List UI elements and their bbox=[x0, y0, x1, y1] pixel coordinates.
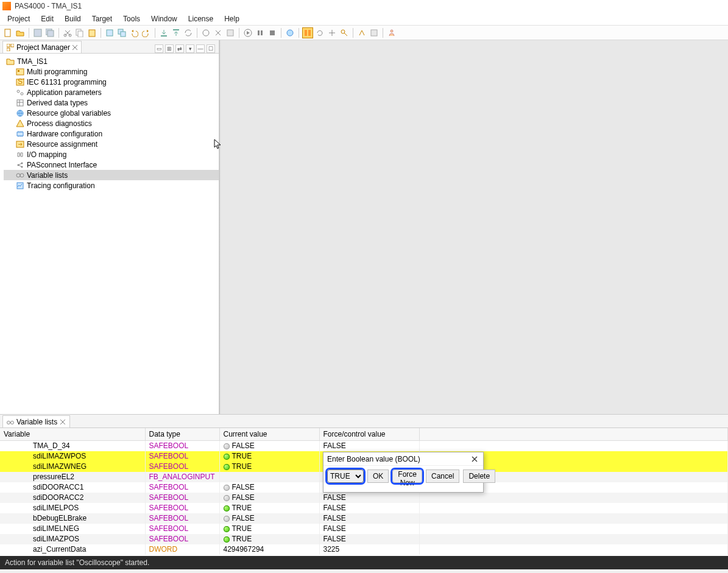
tree-item-label: Resource global variables bbox=[27, 109, 111, 118]
project-manager-tab[interactable]: Project Manager bbox=[2, 41, 82, 53]
svg-rect-22 bbox=[308, 30, 311, 36]
force-panel-icon[interactable] bbox=[302, 27, 313, 38]
tree-item[interactable]: Resource global variables bbox=[4, 108, 219, 118]
menu-help[interactable]: Help bbox=[219, 13, 244, 24]
cell-force-value[interactable]: FALSE bbox=[319, 513, 419, 524]
tree-root[interactable]: TMA_IS1 bbox=[4, 56, 219, 66]
cell-force-value[interactable]: FALSE bbox=[319, 503, 419, 513]
build-all-icon[interactable] bbox=[116, 27, 127, 38]
menu-project[interactable]: Project bbox=[2, 13, 35, 24]
tree-item[interactable]: Resource assignment bbox=[4, 139, 219, 149]
menu-window[interactable]: Window bbox=[146, 13, 182, 24]
toolbar-separator bbox=[101, 28, 101, 38]
tree-item[interactable]: Application parameters bbox=[4, 87, 219, 97]
tree-item[interactable]: Multi programming bbox=[4, 66, 219, 77]
project-tree[interactable]: TMA_IS1 Multi programmingSTIEC 61131 pro… bbox=[0, 54, 219, 414]
cell-variable: bDebugELBrake bbox=[4, 514, 141, 522]
view-menu-icon[interactable]: ▾ bbox=[186, 44, 194, 53]
ok-button[interactable]: OK bbox=[367, 469, 389, 483]
online-icon[interactable] bbox=[200, 27, 211, 38]
key-icon[interactable] bbox=[339, 27, 350, 38]
tree-item[interactable]: Tracing configuration bbox=[4, 180, 219, 191]
tree-item[interactable]: STIEC 61131 programming bbox=[4, 77, 219, 87]
svg-point-42 bbox=[16, 174, 20, 177]
cell-force-value[interactable]: FALSE bbox=[319, 493, 419, 503]
header-datatype[interactable]: Data type bbox=[145, 428, 219, 441]
header-current-value[interactable]: Current value bbox=[219, 428, 319, 441]
header-force-value[interactable]: Force/control value bbox=[319, 428, 419, 441]
force-now-button[interactable]: Force Now bbox=[392, 469, 422, 483]
debug-step2-icon[interactable] bbox=[369, 27, 380, 38]
trace-icon bbox=[16, 181, 24, 190]
play-icon[interactable] bbox=[242, 27, 253, 38]
cell-current-value: TRUE bbox=[219, 462, 319, 472]
table-row[interactable]: sdiLIMELNEGSAFEBOOLTRUEFALSE bbox=[0, 524, 728, 534]
header-variable[interactable]: Variable bbox=[0, 428, 145, 441]
variable-lists-tab[interactable]: Variable lists bbox=[2, 415, 70, 427]
open-icon[interactable] bbox=[15, 27, 26, 38]
copy-icon[interactable] bbox=[74, 27, 85, 38]
boolean-value-select[interactable]: TRUEFALSE bbox=[327, 469, 364, 483]
delete-button[interactable]: Delete bbox=[463, 469, 495, 483]
table-row[interactable]: sdiDOORACC2SAFEBOOLFALSEFALSE bbox=[0, 493, 728, 503]
close-icon[interactable] bbox=[60, 419, 66, 425]
tree-item[interactable]: Process diagnostics bbox=[4, 118, 219, 128]
compare-icon[interactable] bbox=[327, 27, 337, 38]
menu-target[interactable]: Target bbox=[87, 13, 117, 24]
table-row[interactable]: sdiLIMELPOSSAFEBOOLTRUEFALSE bbox=[0, 503, 728, 513]
expand-all-icon[interactable]: ⊞ bbox=[165, 44, 174, 53]
cell-force-value[interactable]: FALSE bbox=[319, 441, 419, 451]
tree-item[interactable]: I/O mapping bbox=[4, 149, 219, 160]
cell-datatype: SAFEBOOL bbox=[145, 493, 219, 503]
tree-item-label: Process diagnostics bbox=[27, 119, 92, 128]
status-led-icon bbox=[224, 454, 230, 460]
table-row[interactable]: bDebugELBrakeSAFEBOOLFALSEFALSE bbox=[0, 513, 728, 524]
tree-item[interactable]: Variable lists bbox=[4, 170, 219, 180]
minimize-icon[interactable]: — bbox=[196, 44, 205, 53]
undo-icon[interactable] bbox=[129, 27, 140, 38]
user-icon[interactable] bbox=[386, 27, 397, 38]
sync-icon[interactable] bbox=[183, 27, 194, 38]
globe-icon[interactable] bbox=[284, 27, 295, 38]
enter-boolean-dialog: Enter Boolean value (BOOL) TRUEFALSE OK … bbox=[323, 452, 484, 493]
menu-build[interactable]: Build bbox=[60, 13, 86, 24]
table-row[interactable]: sdiLIMAZPOSSAFEBOOLTRUEFALSE bbox=[0, 534, 728, 544]
debug-step-icon[interactable] bbox=[356, 27, 367, 38]
save-icon[interactable] bbox=[32, 27, 43, 38]
stop-icon[interactable] bbox=[267, 27, 278, 38]
table-row[interactable]: azi_CurrentDataDWORD42949672943225 bbox=[0, 544, 728, 555]
cell-force-value[interactable]: FALSE bbox=[319, 524, 419, 534]
menu-license[interactable]: License bbox=[183, 13, 218, 24]
link-icon[interactable]: ⇄ bbox=[175, 44, 184, 53]
disconnect-icon[interactable] bbox=[213, 27, 224, 38]
menu-edit[interactable]: Edit bbox=[36, 13, 58, 24]
go-icon[interactable] bbox=[225, 27, 236, 38]
download-icon[interactable] bbox=[158, 27, 169, 38]
cell-force-value[interactable]: 3225 bbox=[319, 544, 419, 555]
cut-icon[interactable] bbox=[62, 27, 73, 38]
cell-force-value[interactable]: FALSE bbox=[319, 534, 419, 544]
build-icon[interactable] bbox=[104, 27, 115, 38]
collapse-all-icon[interactable]: ▭ bbox=[155, 44, 163, 53]
tree-item[interactable]: Hardware configuration bbox=[4, 128, 219, 139]
tree-item[interactable]: Derived data types bbox=[4, 97, 219, 108]
cancel-button[interactable]: Cancel bbox=[426, 469, 459, 483]
paste-icon[interactable] bbox=[87, 27, 97, 38]
svg-rect-3 bbox=[48, 30, 54, 37]
redo-icon[interactable] bbox=[141, 27, 152, 38]
refresh-icon[interactable] bbox=[314, 27, 325, 38]
types-icon bbox=[16, 99, 24, 107]
close-icon[interactable] bbox=[72, 45, 77, 50]
menu-tools[interactable]: Tools bbox=[118, 13, 145, 24]
variable-lists-tab-label: Variable lists bbox=[16, 418, 57, 426]
table-row[interactable]: TMA_D_34SAFEBOOLFALSEFALSE bbox=[0, 441, 728, 451]
tree-item[interactable]: PASconnect Interface bbox=[4, 160, 219, 170]
iec-icon: ST bbox=[16, 78, 24, 86]
maximize-icon[interactable]: ☐ bbox=[207, 44, 215, 53]
hw-icon bbox=[16, 130, 24, 138]
upload-icon[interactable] bbox=[171, 27, 182, 38]
pause-icon[interactable] bbox=[255, 27, 266, 38]
dialog-close-button[interactable] bbox=[470, 454, 479, 464]
save-all-icon[interactable] bbox=[44, 27, 55, 38]
new-icon[interactable] bbox=[2, 27, 13, 38]
